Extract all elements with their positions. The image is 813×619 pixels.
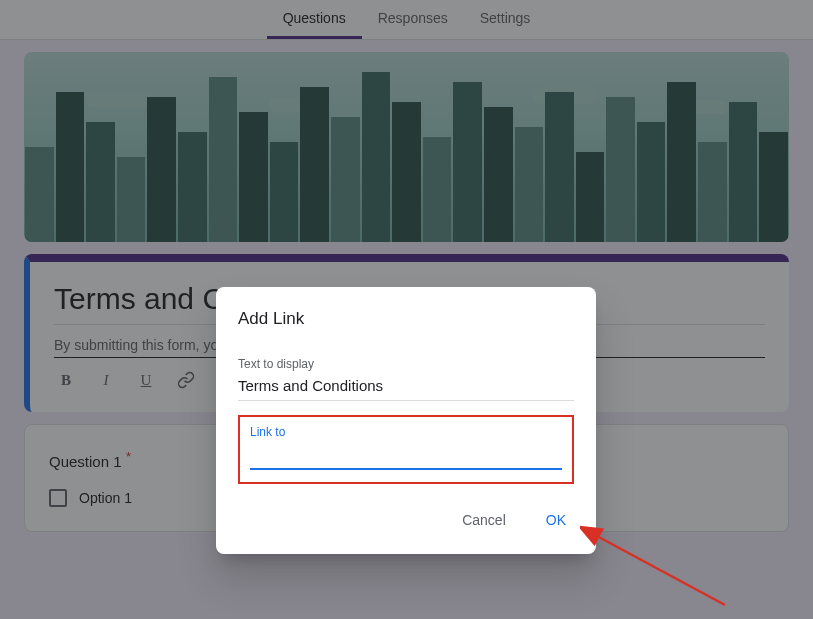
cancel-button[interactable]: Cancel: [454, 508, 514, 532]
dialog-title: Add Link: [238, 309, 574, 329]
link-to-label: Link to: [250, 425, 562, 439]
add-link-dialog: Add Link Text to display Link to Cancel …: [216, 287, 596, 554]
link-to-highlight: Link to: [238, 415, 574, 484]
link-to-input[interactable]: [250, 439, 562, 470]
text-to-display-input[interactable]: [238, 371, 574, 401]
text-to-display-field: Text to display: [238, 357, 574, 401]
text-to-display-label: Text to display: [238, 357, 574, 371]
dialog-actions: Cancel OK: [238, 508, 574, 532]
ok-button[interactable]: OK: [538, 508, 574, 532]
